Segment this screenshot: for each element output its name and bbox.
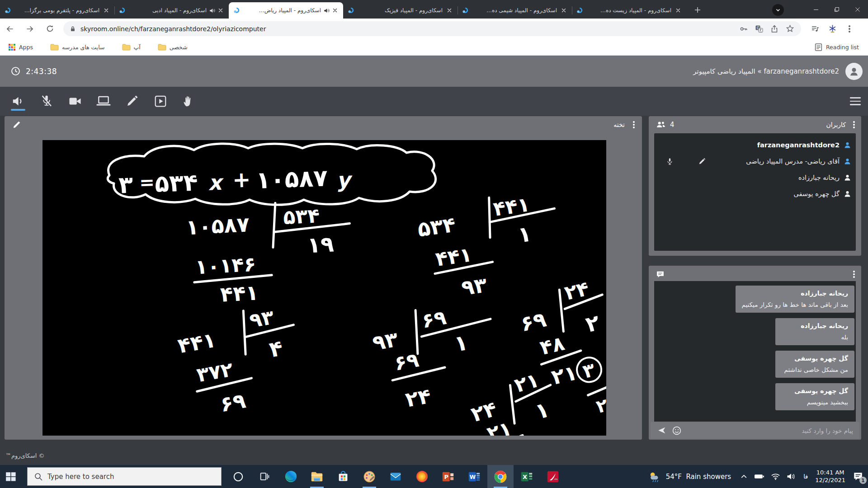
avatar[interactable]: [845, 63, 863, 80]
minimize-button[interactable]: [806, 0, 826, 19]
browser-tab[interactable]: اسکای‌روم - المپیاد شیمی ده…: [458, 2, 572, 19]
tab-close-icon[interactable]: [331, 6, 339, 14]
battery-icon[interactable]: [754, 473, 764, 480]
user-row[interactable]: گل چهره یوسفی: [654, 186, 856, 202]
menu-icon[interactable]: [850, 97, 861, 105]
media-player-button[interactable]: [150, 90, 171, 113]
speaker-button[interactable]: [8, 90, 28, 113]
forward-button[interactable]: [20, 21, 40, 37]
password-key-icon[interactable]: [736, 21, 751, 36]
users-count: 4: [670, 121, 675, 129]
app-powerpoint-icon: P: [441, 470, 455, 483]
app-edge[interactable]: [278, 465, 304, 488]
svg-text:۱: ۱: [453, 329, 470, 357]
share-icon[interactable]: [767, 21, 782, 36]
browser-tab[interactable]: اسکای‌روم - المپیاد ریاض…: [229, 2, 343, 19]
app-excel[interactable]: X: [514, 465, 540, 488]
bookmark-folder[interactable]: سایت های مدرسه: [50, 43, 105, 51]
taskbar-search[interactable]: Type here to search: [27, 467, 222, 486]
app-mail[interactable]: [382, 465, 409, 488]
chat-messages[interactable]: ریحانه جبارزاده بعد از باقی ماند ها خط ه…: [654, 281, 856, 422]
bookmark-folder[interactable]: شخصی: [158, 43, 188, 51]
tab-title: اسکای‌روم - المپیاد ریاض…: [243, 7, 321, 14]
volume-icon[interactable]: [787, 473, 796, 480]
apps-shortcut[interactable]: Apps: [8, 43, 33, 51]
tab-title: اسکای‌روم - المپیاد زیست ده…: [586, 7, 671, 14]
tab-close-icon[interactable]: [102, 6, 110, 14]
tray-expand-icon[interactable]: [740, 473, 748, 480]
svg-text:+: +: [232, 166, 251, 192]
svg-text:۴۴۱: ۴۴۱: [220, 280, 259, 306]
svg-text:۲: ۲: [594, 394, 606, 418]
chat-input[interactable]: پیام خود را وارد کنید: [651, 422, 859, 439]
app-microsoft-store[interactable]: [330, 465, 356, 488]
browser-menu-icon[interactable]: [841, 21, 858, 37]
keyboard-language[interactable]: فا: [803, 473, 808, 480]
taskbar-clock[interactable]: 10:41 AM 12/2/2021: [815, 469, 845, 484]
svg-text:۱: ۱: [516, 221, 533, 248]
translate-icon[interactable]: G: [751, 21, 767, 36]
whiteboard-canvas[interactable]: ۳=۵۳۴x+۱۰۵۸۷y۱۰۵۸۷۵۳۴۱۹۱۰۱۴۶۴۴۱۵۳۴۴۴۱۱۴۴…: [42, 140, 606, 436]
back-button[interactable]: [0, 21, 20, 37]
wifi-icon[interactable]: [771, 473, 780, 480]
chat-menu-icon[interactable]: [853, 273, 855, 275]
media-playlist-icon[interactable]: [807, 21, 824, 37]
new-tab-button[interactable]: [691, 3, 704, 17]
mic-active-icon: [666, 158, 674, 165]
media-control-button[interactable]: [772, 4, 784, 16]
reload-button[interactable]: [40, 21, 60, 37]
bookmark-folder[interactable]: آپ: [122, 43, 141, 51]
svg-text:۱۰۵۸۷: ۱۰۵۸۷: [185, 212, 250, 239]
person-icon: [844, 158, 851, 165]
lock-icon: [70, 26, 76, 32]
bookmark-star-icon[interactable]: [782, 21, 797, 36]
browser-tab[interactable]: اسکای‌روم - پلتفرم بومی برگزا…: [0, 2, 114, 19]
app-file-explorer[interactable]: [304, 465, 330, 488]
extension-icon[interactable]: [824, 21, 841, 37]
cortana-button[interactable]: [225, 465, 251, 488]
users-panel: 4 کاربران farzaneganrashtdore2 آقای ریاض…: [649, 116, 861, 256]
browser-tab[interactable]: اسکای‌روم - المپیاد فیزیک: [343, 2, 458, 19]
browser-tab[interactable]: اسکای‌روم - المپیاد زیست ده…: [572, 2, 686, 19]
send-icon[interactable]: [657, 426, 666, 435]
task-view-button[interactable]: [251, 465, 278, 488]
app-paint[interactable]: [356, 465, 382, 488]
mic-muted-button[interactable]: [36, 90, 57, 113]
users-menu-icon[interactable]: [853, 124, 855, 126]
emoji-icon[interactable]: [672, 426, 682, 436]
drawing-permission-icon: [698, 158, 706, 165]
reading-list-button[interactable]: Reading list: [814, 43, 859, 52]
app-chrome[interactable]: [487, 465, 514, 488]
user-row[interactable]: farzaneganrashtdore2: [654, 137, 856, 153]
weather-text[interactable]: 54°F Rain showers: [666, 473, 731, 481]
message-text: من مشکل خاصی نداشتم: [782, 366, 848, 373]
draw-tool-button[interactable]: [122, 90, 142, 113]
raise-hand-button[interactable]: [179, 90, 199, 113]
tab-close-icon[interactable]: [674, 6, 682, 14]
main-area: تخته ۳=۵۳۴x+۱۰۵۸۷y۱۰۵۸۷۵۳۴۱۹۱۰۱۴۶۴۴۱۵۳۴۴…: [0, 116, 868, 465]
user-row[interactable]: آقای ریاضی- مدرس المپیاد ریاضی: [654, 153, 856, 169]
action-center-icon[interactable]: 1: [853, 471, 863, 482]
close-window-button[interactable]: [847, 0, 868, 19]
address-bar[interactable]: skyroom.online/ch/farzaneganrashtdore2/o…: [63, 21, 801, 36]
weather-icon[interactable]: [648, 471, 662, 483]
start-button[interactable]: [0, 465, 22, 488]
app-firefox[interactable]: [409, 465, 435, 488]
app-powerpoint[interactable]: P: [435, 465, 461, 488]
tab-close-icon[interactable]: [217, 6, 225, 14]
users-list[interactable]: farzaneganrashtdore2 آقای ریاضی- مدرس ال…: [654, 133, 856, 251]
browser-tab[interactable]: اسکای‌روم - المپیاد ادبی: [114, 2, 229, 19]
whiteboard-menu-icon[interactable]: [633, 124, 635, 126]
app-adobe[interactable]: [540, 465, 566, 488]
tab-title: اسکای‌روم - المپیاد فیزیک: [357, 7, 443, 14]
tab-close-icon[interactable]: [445, 6, 453, 14]
user-row[interactable]: ریحانه جبارزاده: [654, 169, 856, 186]
tab-audio-icon: [209, 8, 215, 14]
screen: اسکای‌روم - پلتفرم بومی برگزا… اسکای‌روم…: [0, 0, 868, 488]
svg-text:۶۹: ۶۹: [392, 348, 420, 375]
webcam-button[interactable]: [65, 90, 85, 113]
app-word[interactable]: W: [461, 465, 487, 488]
screen-share-button[interactable]: [93, 90, 114, 113]
tab-close-icon[interactable]: [560, 6, 568, 14]
restore-button[interactable]: [826, 0, 847, 19]
